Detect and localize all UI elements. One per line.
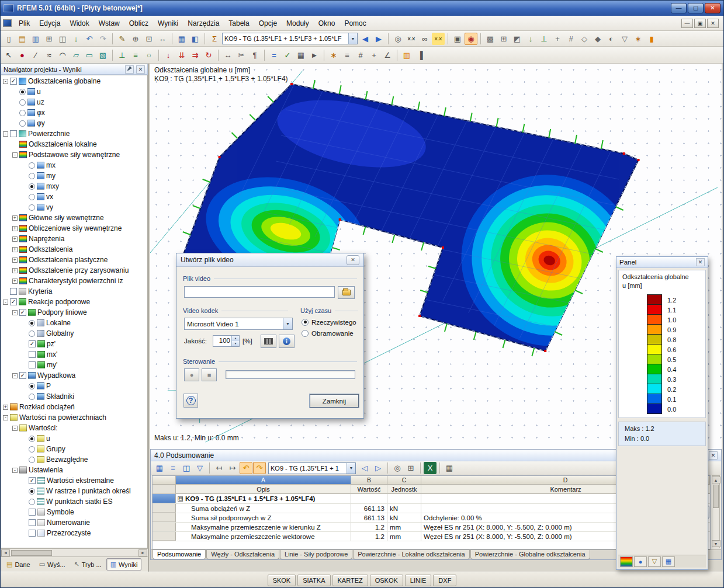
table-case-next-icon[interactable]: ▷: [372, 462, 384, 474]
table-tab[interactable]: Podsumowanie: [153, 550, 206, 559]
browse-button[interactable]: [338, 286, 355, 299]
tree-item[interactable]: -φy: [1, 118, 147, 128]
expand-icon[interactable]: +: [12, 258, 18, 263]
video-record-icon[interactable]: ◉: [465, 33, 477, 45]
tree-item[interactable]: -Globalny: [1, 328, 147, 339]
table-columns-icon[interactable]: ◫: [180, 462, 193, 474]
panel-tab-factors[interactable]: ●: [634, 556, 647, 567]
expand-icon[interactable]: +: [12, 226, 18, 231]
filter-objects-icon[interactable]: ▽: [618, 33, 631, 45]
coordinate-system-icon[interactable]: ∠: [381, 49, 394, 61]
display-grid-icon[interactable]: ▩: [484, 33, 497, 45]
status-toggle-kartez[interactable]: KARTEZ: [332, 575, 368, 586]
expand-icon[interactable]: +: [12, 215, 18, 221]
close-button[interactable]: ✕: [705, 3, 720, 13]
nodal-support-icon[interactable]: ⊥: [116, 49, 129, 61]
workplane-icon[interactable]: #: [354, 49, 367, 61]
table-filter-icon[interactable]: ▽: [193, 462, 206, 474]
dimension-icon[interactable]: ↔: [221, 49, 234, 61]
menu-item[interactable]: Wstaw: [94, 17, 124, 30]
tree-item[interactable]: -W punktach siatki ES: [1, 496, 147, 507]
stop-button[interactable]: ■: [202, 368, 217, 381]
panel-tab-display[interactable]: ▦: [662, 556, 675, 567]
spin-down-icon[interactable]: ▼: [232, 341, 239, 346]
status-toggle-siatka[interactable]: SIATKA: [297, 575, 330, 586]
table-tab[interactable]: Węzły - Odkształcenia: [206, 550, 279, 559]
pin-icon[interactable]: [125, 65, 134, 74]
menu-item[interactable]: Moduły: [282, 17, 314, 30]
table-rows-icon[interactable]: ≡: [167, 462, 179, 474]
tree-item[interactable]: -P: [1, 381, 147, 391]
special-settings-icon[interactable]: ∗: [632, 33, 645, 45]
tree-item[interactable]: -Grupy: [1, 444, 147, 454]
tree-checkbox[interactable]: ✓: [19, 372, 26, 379]
tree-item[interactable]: +Odkształcenia plastyczne: [1, 255, 147, 265]
tree-item[interactable]: +Charakterystyki powierzchni iz: [1, 276, 147, 286]
tree-item[interactable]: -Odkształcenia lokalne: [1, 139, 147, 149]
check-model-icon[interactable]: ✓: [281, 49, 294, 61]
navtab-dane[interactable]: ▤Dane: [2, 558, 34, 570]
results-sum-icon[interactable]: Σ: [208, 33, 221, 45]
tree-item[interactable]: +Odkształcenia: [1, 244, 147, 255]
snap-settings-icon[interactable]: +: [368, 49, 380, 61]
tree-checkbox[interactable]: [10, 130, 17, 137]
time-option[interactable]: Rzeczywistego: [302, 316, 356, 328]
menu-item[interactable]: Okno: [314, 17, 340, 30]
dialog-close-icon[interactable]: ✕: [347, 255, 359, 265]
tree-item[interactable]: -vy: [1, 202, 147, 213]
tree-item[interactable]: -Wartości:: [1, 423, 147, 433]
line-support-icon[interactable]: ≡: [129, 49, 142, 61]
tree-radio[interactable]: [29, 194, 35, 200]
tree-radio[interactable]: [29, 204, 35, 211]
scroll-thumb[interactable]: [713, 485, 719, 508]
status-toggle-linie[interactable]: LINIE: [405, 575, 432, 586]
time-option[interactable]: Obramowanie: [302, 328, 356, 339]
collapse-icon[interactable]: -: [3, 300, 8, 305]
tree-radio[interactable]: [29, 162, 35, 169]
side-panel-icon[interactable]: ▐: [414, 49, 427, 61]
tree-item[interactable]: +Odkształcenie przy zarysowaniu: [1, 265, 147, 276]
navigator-hscrollbar[interactable]: ◄ ►: [1, 548, 148, 556]
tree-radio[interactable]: [29, 457, 35, 463]
load-case-combo[interactable]: KO9 - TG (1.35*LF1 + 1.5*LF3 + 1.05*LF ▼: [222, 33, 358, 44]
table-case-combo[interactable]: KO9 - TG (1.35*LF1 + 1 ▼: [268, 462, 356, 474]
navtab-tryb[interactable]: ↖Tryb ...: [70, 558, 106, 570]
calculate-icon[interactable]: =: [268, 49, 280, 61]
calculator-icon[interactable]: ▦: [443, 462, 456, 474]
tree-radio[interactable]: [19, 89, 26, 95]
collapse-icon[interactable]: ⊟: [178, 496, 183, 502]
copy-icon[interactable]: ◫: [56, 33, 69, 45]
tree-radio[interactable]: [19, 99, 26, 106]
excel-export-icon[interactable]: X: [424, 462, 437, 474]
tree-item[interactable]: -φx: [1, 107, 147, 118]
table-undo-icon[interactable]: ↶: [240, 462, 252, 474]
tree-item[interactable]: -Numerowanie: [1, 517, 147, 528]
minimize-button[interactable]: —: [671, 3, 687, 13]
tree-item[interactable]: -mx: [1, 160, 147, 171]
collapse-icon[interactable]: -: [12, 468, 18, 473]
mdi-minimize-button[interactable]: —: [681, 19, 693, 28]
tree-radio[interactable]: [29, 499, 35, 505]
new-solid-icon[interactable]: ▧: [96, 49, 109, 61]
menu-item[interactable]: Opcje: [254, 17, 282, 30]
table-to-end-icon[interactable]: ↦: [226, 462, 239, 474]
tree-radio[interactable]: [29, 173, 35, 179]
menu-item[interactable]: Oblicz: [124, 17, 153, 30]
select-arrow-icon[interactable]: ↖: [2, 49, 15, 61]
table-tab[interactable]: Powierzchnie - Globalne odkształcenia: [470, 550, 590, 559]
tree-radio[interactable]: [29, 488, 35, 495]
spin-up-icon[interactable]: ▲: [232, 336, 239, 341]
tree-checkbox[interactable]: [29, 361, 36, 368]
snapshot-icon[interactable]: ▣: [451, 33, 464, 45]
tree-checkbox[interactable]: ✓: [10, 298, 17, 305]
expand-icon[interactable]: +: [12, 268, 18, 273]
collapse-icon[interactable]: -: [12, 426, 18, 431]
new-opening-icon[interactable]: ▭: [83, 49, 96, 61]
chevron-down-icon[interactable]: ▼: [347, 463, 355, 474]
tree-item[interactable]: -Podstawowe siły wewnętrzne: [1, 149, 147, 160]
tree-checkbox[interactable]: [29, 519, 36, 526]
mdi-restore-button[interactable]: ▣: [694, 19, 706, 28]
tree-checkbox[interactable]: ✓: [29, 477, 36, 484]
tree-item[interactable]: -my': [1, 360, 147, 370]
tree-item[interactable]: -✓Wypadkowa: [1, 370, 147, 381]
